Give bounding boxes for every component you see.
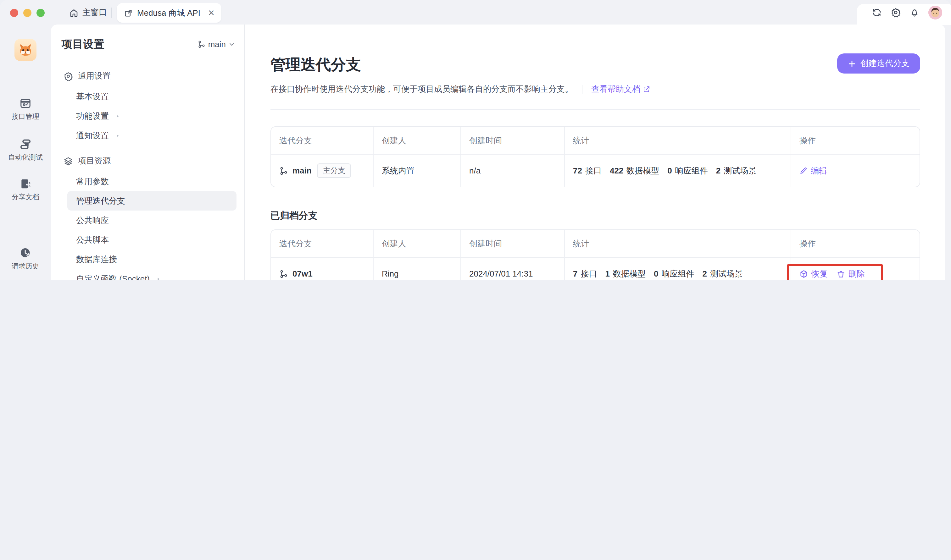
description-divider bbox=[582, 85, 583, 94]
menu-item-database-connections[interactable]: 数据库连接 bbox=[67, 249, 236, 269]
rail-item-api-management[interactable]: 接口管理 bbox=[0, 97, 51, 121]
column-header: 创建时间 bbox=[461, 230, 565, 258]
create-iteration-branch-button[interactable]: 创建迭代分支 bbox=[837, 54, 920, 74]
actions-cell: 恢复 删除 bbox=[791, 258, 920, 280]
branch-cell: main 主分支 bbox=[271, 155, 374, 187]
project-logo[interactable] bbox=[14, 39, 37, 61]
main-window-label: 主窗口 bbox=[82, 7, 107, 18]
branch-name: 07w1 bbox=[293, 269, 313, 278]
settings-panel: 项目设置 main 通用设置 基 bbox=[51, 25, 245, 280]
stats-cell: 7接口1数据模型0响应组件2测试场景 bbox=[565, 258, 791, 280]
refresh-icon[interactable] bbox=[872, 8, 882, 18]
git-branch-icon bbox=[279, 269, 288, 278]
column-header: 操作 bbox=[791, 127, 920, 155]
rail-item-automated-testing[interactable]: 自动化测试 bbox=[0, 138, 51, 162]
rail-item-label: 请求历史 bbox=[12, 262, 39, 271]
restore-branch-link[interactable]: 恢复 bbox=[799, 268, 828, 279]
archived-section-title: 已归档分支 bbox=[270, 210, 920, 222]
page-description: 在接口协作时使用迭代分支功能，可便于项目成员编辑各自的分支而不影响主分支。 bbox=[270, 84, 573, 95]
creator-cell: 系统内置 bbox=[374, 155, 461, 187]
share-docs-icon bbox=[20, 178, 31, 190]
menu-item-common-parameters[interactable]: 常用参数 bbox=[67, 172, 236, 191]
project-tab-label: Medusa 商城 API bbox=[137, 7, 200, 18]
stats-cell: 72接口422数据模型0响应组件2测试场景 bbox=[565, 155, 791, 187]
column-header: 迭代分支 bbox=[271, 127, 374, 155]
minimize-window-button[interactable] bbox=[23, 9, 31, 17]
actions-cell: 编辑 bbox=[791, 155, 920, 187]
main-branch-badge: 主分支 bbox=[317, 163, 351, 178]
column-header: 统计 bbox=[565, 127, 791, 155]
api-management-icon bbox=[20, 97, 31, 109]
app-rail: 接口管理 自动化测试 分享文档 请求历史 项目设置 bbox=[0, 25, 51, 280]
plus-icon bbox=[848, 59, 856, 68]
chevron-down-icon bbox=[228, 41, 235, 48]
close-tab-icon[interactable]: ✕ bbox=[208, 8, 215, 18]
delete-branch-link[interactable]: 删除 bbox=[837, 268, 865, 279]
column-header: 迭代分支 bbox=[271, 230, 374, 258]
menu-item-basic-settings[interactable]: 基本设置 bbox=[67, 87, 236, 106]
header-divider bbox=[270, 109, 920, 110]
home-icon bbox=[69, 8, 79, 17]
panel-title: 项目设置 bbox=[62, 37, 105, 52]
created-time-cell: 2024/07/01 14:31 bbox=[461, 258, 565, 280]
automated-testing-icon bbox=[20, 138, 31, 150]
app-window: 主窗口 Medusa 商城 API ✕ 接口管理 bbox=[0, 0, 951, 280]
main-content: 管理迭代分支 创建迭代分支 在接口协作时使用迭代分支功能，可便于项目成员编辑各自… bbox=[245, 25, 945, 280]
branch-cell: 07w1 bbox=[271, 258, 374, 280]
branch-name: main bbox=[293, 166, 312, 175]
column-header: 创建人 bbox=[374, 127, 461, 155]
project-tab[interactable]: Medusa 商城 API ✕ bbox=[117, 3, 222, 23]
rail-item-label: 分享文档 bbox=[12, 192, 39, 202]
caret-right-icon bbox=[114, 113, 121, 119]
external-link-icon bbox=[643, 86, 650, 93]
menu-item-feature-settings[interactable]: 功能设置 bbox=[67, 106, 236, 126]
traffic-lights bbox=[10, 9, 45, 17]
menu-section-general: 通用设置 bbox=[63, 65, 236, 87]
gear-icon bbox=[63, 71, 73, 81]
git-branch-icon bbox=[197, 40, 206, 48]
menu-section-label: 项目资源 bbox=[78, 155, 111, 166]
layers-icon bbox=[63, 156, 73, 166]
creator-cell: Ring bbox=[374, 258, 461, 280]
menu-section-project-resources: 项目资源 bbox=[63, 150, 236, 172]
menu-item-custom-functions[interactable]: 自定义函数 (Socket) bbox=[67, 269, 236, 280]
close-window-button[interactable] bbox=[10, 9, 18, 17]
branch-selector-value: main bbox=[208, 40, 226, 49]
branch-table: 迭代分支 创建人 创建时间 统计 操作 main 主分支 系统内置 n/a 72… bbox=[270, 126, 920, 187]
request-history-icon bbox=[20, 247, 31, 259]
pencil-icon bbox=[799, 166, 808, 175]
settings-menu: 通用设置 基本设置 功能设置 通知设置 项目资源 常用参数 管理迭代分支 公共 bbox=[51, 65, 244, 280]
tab-divider bbox=[111, 8, 112, 18]
git-branch-icon bbox=[279, 166, 288, 175]
menu-item-common-responses[interactable]: 公共响应 bbox=[67, 211, 236, 230]
help-doc-link[interactable]: 查看帮助文档 bbox=[591, 84, 650, 95]
maximize-window-button[interactable] bbox=[37, 9, 45, 17]
page-title: 管理迭代分支 bbox=[270, 55, 920, 75]
column-header: 创建人 bbox=[374, 230, 461, 258]
trash-icon bbox=[837, 269, 845, 278]
menu-item-manage-iteration-branches[interactable]: 管理迭代分支 bbox=[67, 191, 236, 211]
column-header: 创建时间 bbox=[461, 127, 565, 155]
menu-item-notification-settings[interactable]: 通知设置 bbox=[67, 126, 236, 145]
rail-item-request-history[interactable]: 请求历史 bbox=[0, 247, 51, 271]
menu-item-common-scripts[interactable]: 公共脚本 bbox=[67, 230, 236, 249]
column-header: 统计 bbox=[565, 230, 791, 258]
caret-right-icon bbox=[156, 275, 162, 280]
branch-selector[interactable]: main bbox=[197, 40, 235, 49]
rail-item-share-docs[interactable]: 分享文档 bbox=[0, 178, 51, 202]
settings-gear-icon[interactable] bbox=[891, 8, 901, 18]
main-window-tab[interactable]: 主窗口 bbox=[69, 6, 107, 19]
created-time-cell: n/a bbox=[461, 155, 565, 187]
user-avatar[interactable] bbox=[928, 6, 942, 20]
column-header: 操作 bbox=[791, 230, 920, 258]
content-card: 项目设置 main 通用设置 基 bbox=[51, 25, 945, 280]
rail-item-label: 自动化测试 bbox=[8, 153, 43, 162]
project-window-icon bbox=[124, 8, 133, 17]
edit-branch-link[interactable]: 编辑 bbox=[799, 165, 827, 176]
caret-right-icon bbox=[114, 132, 121, 138]
archived-table: 迭代分支 创建人 创建时间 统计 操作 07w1 Ring 2024/07/01… bbox=[270, 229, 920, 280]
menu-section-label: 通用设置 bbox=[78, 71, 111, 82]
rail-item-label: 接口管理 bbox=[12, 112, 39, 121]
notifications-bell-icon[interactable] bbox=[909, 8, 920, 18]
restore-box-icon bbox=[799, 269, 808, 278]
